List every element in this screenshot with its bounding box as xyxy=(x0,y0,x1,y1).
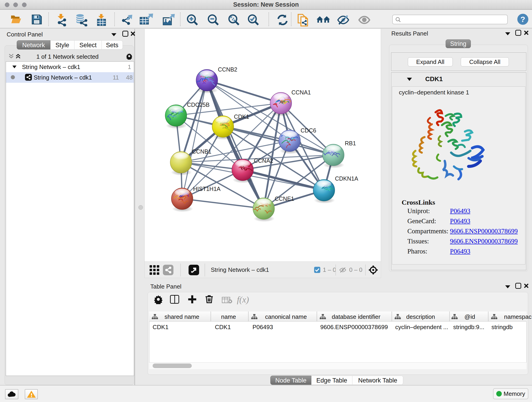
svg-text:CCNB1: CCNB1 xyxy=(192,148,211,155)
svg-text:CCNA2: CCNA2 xyxy=(254,157,273,164)
svg-text:CDC25B: CDC25B xyxy=(187,102,210,108)
svg-text:CDC6: CDC6 xyxy=(301,127,316,134)
svg-text:CCNA1: CCNA1 xyxy=(291,89,311,96)
svg-text:CDK1: CDK1 xyxy=(234,114,249,120)
svg-text:RB1: RB1 xyxy=(345,140,356,147)
svg-text:CDKN1A: CDKN1A xyxy=(335,175,358,182)
svg-text:CCNE1: CCNE1 xyxy=(275,196,294,202)
svg-text:CCNB2: CCNB2 xyxy=(218,66,237,73)
svg-text:HIST1H1A: HIST1H1A xyxy=(193,186,221,192)
